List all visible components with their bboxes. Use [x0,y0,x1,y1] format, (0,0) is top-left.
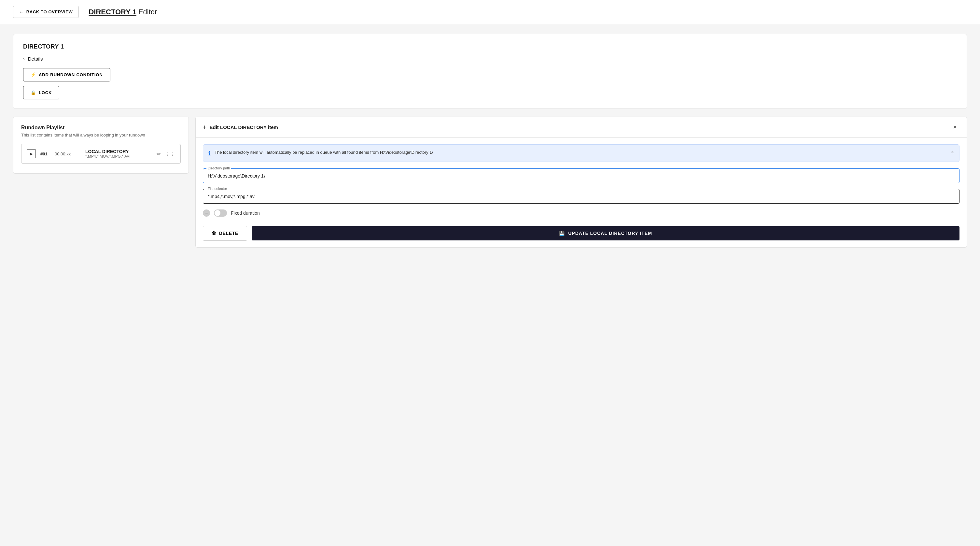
edit-panel: + Edit LOCAL DIRECTORY item × ℹ The loca… [195,117,967,247]
directory-path-label: Directory path [207,166,231,170]
directory-path-field-group: Directory path [203,168,959,183]
banner-close-button[interactable]: × [951,149,954,155]
info-banner-text: The local directory item will automatica… [215,149,947,156]
item-actions: ✏ ⋮⋮ [157,151,175,157]
lightning-icon: ⚡ [30,72,36,77]
main-content: DIRECTORY 1 › Details ⚡ ADD RUNDOWN COND… [0,24,980,257]
edit-panel-title-text: Edit LOCAL DIRECTORY item [210,125,278,130]
fixed-duration-toggle[interactable] [214,209,227,217]
update-button[interactable]: 💾 UPDATE LOCAL DIRECTORY ITEM [252,226,959,240]
details-label: Details [28,56,43,62]
directory-name: DIRECTORY 1 [89,8,136,16]
playlist-title: Rundown Playlist [21,125,181,131]
edit-panel-header: + Edit LOCAL DIRECTORY item × [196,117,967,138]
item-info: LOCAL DIRECTORY *.MP4,*.MOV,*.MPG,*.AVI [85,149,152,159]
playlist-item[interactable]: ▶ #01 00:00:xx LOCAL DIRECTORY *.MP4,*.M… [21,144,181,164]
info-icon: ℹ [208,150,211,157]
edit-item-icon[interactable]: ✏ [157,151,161,157]
file-selector-field-group: File selector [203,189,959,204]
item-extensions: *.MP4,*.MOV,*.MPG,*.AVI [85,154,152,159]
page-title: DIRECTORY 1 Editor [89,8,157,16]
editor-suffix: Editor [137,8,157,16]
plus-icon: + [203,124,207,131]
toggle-minus-icon: − [203,209,210,217]
edit-panel-body: ℹ The local directory item will automati… [196,138,967,247]
drag-item-icon[interactable]: ⋮⋮ [165,151,175,157]
playlist-panel: Rundown Playlist This list contains item… [13,117,189,174]
item-time: 00:00:xx [55,152,81,156]
lock-icon: 🔒 [30,90,36,95]
back-button[interactable]: ← BACK TO OVERVIEW [13,6,79,18]
item-name: LOCAL DIRECTORY [85,149,152,154]
item-number: #01 [40,152,50,156]
fixed-duration-label: Fixed duration [231,211,260,216]
back-button-label: BACK TO OVERVIEW [26,10,73,14]
directory-title: DIRECTORY 1 [23,43,957,50]
lock-button[interactable]: 🔒 LOCK [23,86,59,99]
file-selector-wrapper: File selector [203,189,959,204]
delete-label: DELETE [219,231,238,236]
file-selector-label: File selector [207,187,228,191]
add-rundown-label: ADD RUNDOWN CONDITION [39,72,103,77]
chevron-right-icon: › [23,56,25,62]
close-panel-button[interactable]: × [950,122,959,132]
update-label: UPDATE LOCAL DIRECTORY ITEM [568,231,652,236]
directory-path-wrapper: Directory path [203,168,959,183]
details-row[interactable]: › Details [23,56,957,62]
edit-footer: 🗑 DELETE 💾 UPDATE LOCAL DIRECTORY ITEM [203,226,959,241]
play-icon: ▶ [27,149,36,158]
info-banner: ℹ The local directory item will automati… [203,144,959,162]
delete-button[interactable]: 🗑 DELETE [203,226,247,241]
header: ← BACK TO OVERVIEW DIRECTORY 1 Editor [0,0,980,24]
add-rundown-button[interactable]: ⚡ ADD RUNDOWN CONDITION [23,68,110,81]
arrow-left-icon: ← [19,10,24,14]
bottom-row: Rundown Playlist This list contains item… [13,117,967,247]
trash-icon: 🗑 [212,231,216,236]
lock-label: LOCK [39,90,52,95]
directory-section: DIRECTORY 1 › Details ⚡ ADD RUNDOWN COND… [13,34,967,109]
save-icon: 💾 [559,231,565,236]
edit-panel-title: + Edit LOCAL DIRECTORY item [203,124,278,131]
directory-path-input[interactable] [208,173,955,179]
fixed-duration-row: − Fixed duration [203,209,959,217]
file-selector-input[interactable] [208,194,955,199]
playlist-subtitle: This list contains items that will alway… [21,133,181,137]
